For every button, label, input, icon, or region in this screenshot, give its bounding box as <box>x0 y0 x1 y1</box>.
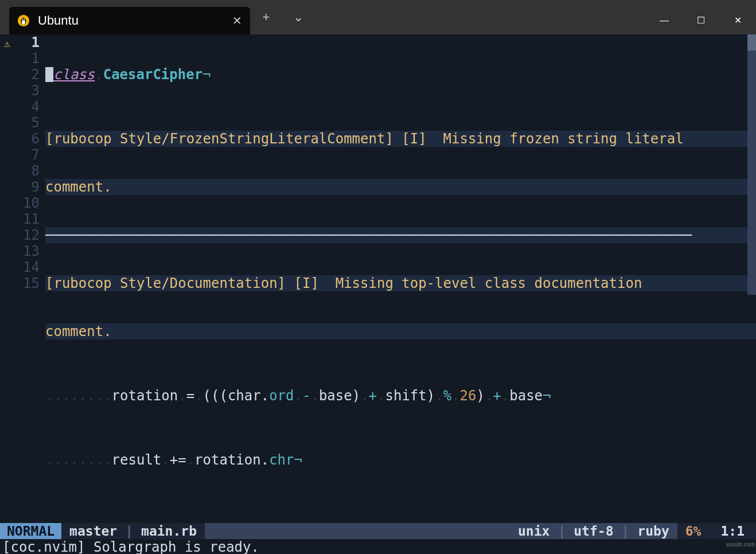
code-line[interactable]: ........rotation.=.(((char.ord.-.base).+… <box>45 388 756 404</box>
diagnostic-separator: ────────────────────────────────────────… <box>45 227 756 243</box>
window-controls: — ☐ ✕ <box>646 7 756 34</box>
keyword-class: class <box>53 67 95 83</box>
line-number: 8 <box>14 163 40 179</box>
line-number: 7 <box>14 147 40 163</box>
diagnostic-line: [rubocop Style/Documentation] [I] Missin… <box>45 275 756 291</box>
number: 26 <box>460 388 477 404</box>
eol-marker: ¬ <box>202 67 211 83</box>
operator: % <box>443 388 451 404</box>
line-number: 10 <box>14 195 40 211</box>
diagnostic-line: comment. <box>45 179 756 195</box>
code-line[interactable]: ¬ <box>45 516 756 532</box>
operator: = <box>186 388 194 404</box>
warning-icon: ⚠ <box>0 34 14 52</box>
maximize-button[interactable]: ☐ <box>683 7 719 34</box>
tab-dropdown-button[interactable]: ⌄ <box>282 0 314 34</box>
eol-marker: ¬ <box>543 388 551 404</box>
operator: + <box>493 388 501 404</box>
tab-strip: Ubuntu ✕ + ⌄ <box>0 0 314 34</box>
diagnostic-line: [rubocop Style/FrozenStringLiteralCommen… <box>45 131 756 147</box>
line-number: 5 <box>14 115 40 131</box>
watermark: wsxdn.com <box>726 537 755 553</box>
line-number: 6 <box>14 131 40 147</box>
line-number: 15 <box>14 275 40 291</box>
diagnostic-line: comment. <box>45 323 756 340</box>
scrollbar[interactable] <box>747 34 756 295</box>
operator: + <box>369 388 377 404</box>
separator-text: ────────────────────────────────────────… <box>45 227 692 243</box>
code-area[interactable]: class.CaesarCipher¬ [rubocop Style/Froze… <box>45 34 756 523</box>
line-number-current: 1 <box>14 34 40 50</box>
whitespace-dot: . <box>95 67 103 83</box>
svg-point-5 <box>22 19 23 19</box>
diagnostic-text: [rubocop Style/FrozenStringLiteralCommen… <box>45 131 692 147</box>
code-line[interactable]: ........result.+=.rotation.chr¬ <box>45 452 756 468</box>
operator: - <box>302 388 310 404</box>
diagnostic-text: [rubocop Style/Documentation] [I] Missin… <box>45 275 650 291</box>
code-line[interactable]: class.CaesarCipher¬ <box>45 67 756 83</box>
line-number: 14 <box>14 259 40 275</box>
method: ord <box>269 388 294 404</box>
paren: ) <box>476 388 484 404</box>
eol-marker: ¬ <box>294 452 302 468</box>
eol-marker: ¬ <box>45 516 53 532</box>
new-tab-button[interactable]: + <box>250 0 282 34</box>
sign-column: ⚠ <box>0 34 14 523</box>
tux-icon <box>17 14 30 27</box>
method: chr <box>269 452 294 468</box>
tab-close-button[interactable]: ✕ <box>232 13 242 29</box>
window-close-button[interactable]: ✕ <box>719 7 756 34</box>
line-number: 9 <box>14 179 40 195</box>
identifier: rotation <box>194 452 261 468</box>
window-titlebar: Ubuntu ✕ + ⌄ — ☐ ✕ <box>0 0 756 34</box>
tab-title: Ubuntu <box>38 13 224 29</box>
diagnostic-text: comment. <box>45 179 112 195</box>
diagnostic-text: comment. <box>45 323 112 340</box>
identifier: (((char <box>203 388 261 404</box>
identifier: base <box>509 388 543 404</box>
editor[interactable]: ⚠ 1 1 2 3 4 5 6 7 8 9 10 11 12 13 14 15 … <box>0 34 756 523</box>
class-name: CaesarCipher <box>103 67 202 83</box>
line-number: 2 <box>14 67 40 83</box>
line-number: 4 <box>14 99 40 115</box>
gutter: 1 1 2 3 4 5 6 7 8 9 10 11 12 13 14 15 <box>14 34 45 523</box>
indent-guides: ........ <box>45 452 112 468</box>
operator: += <box>170 452 186 468</box>
line-number: 12 <box>14 227 40 243</box>
identifier: result <box>112 452 162 468</box>
identifier: base) <box>319 388 360 404</box>
line-number: 1 <box>14 50 40 67</box>
tab-ubuntu[interactable]: Ubuntu ✕ <box>9 7 250 34</box>
line-number: 3 <box>14 83 40 99</box>
cursor <box>45 67 53 82</box>
identifier: rotation <box>112 388 178 404</box>
line-number: 11 <box>14 211 40 227</box>
svg-point-6 <box>24 19 25 19</box>
minimize-button[interactable]: — <box>646 7 683 34</box>
identifier: shift) <box>385 388 435 404</box>
indent-guides: ........ <box>45 388 112 404</box>
line-number: 13 <box>14 243 40 259</box>
